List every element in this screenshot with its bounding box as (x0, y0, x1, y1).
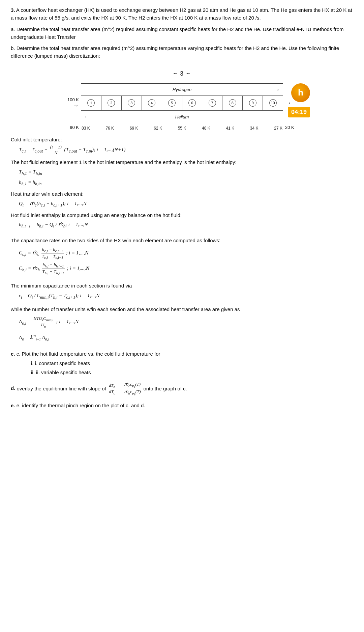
temp-69: 69 K (130, 126, 138, 131)
section-circle-8: 8 (229, 99, 236, 107)
num-transfer-label: while the number of transfer units w/in … (11, 305, 353, 314)
hx-section-7: 7 (202, 96, 222, 110)
hx-hydrogen-row: Hydrogen → (81, 84, 283, 96)
problem-container: 3. A counterflow heat exchanger (HX) is … (11, 6, 353, 410)
part-c-label: c. c. Plot the hot fluid temperature vs.… (11, 350, 353, 358)
hx-section-3: 3 (122, 96, 142, 110)
hx-top-left-label: 100 K → (61, 97, 81, 109)
hx-helium-row: Helium ← (81, 111, 283, 123)
part-d-label: d. overlay the equilibrium line with slo… (11, 382, 353, 396)
hx-section-5: 5 (162, 96, 182, 110)
section-circle-2: 2 (108, 99, 115, 107)
hx-sections-row: 1 2 3 4 5 6 7 8 9 10 (81, 96, 283, 111)
hx-bottom-left-label: 90 K (61, 125, 81, 130)
hydrogen-arrow: → (273, 86, 280, 93)
temp-34: 34 K (250, 126, 259, 131)
helium-arrow: ← (84, 113, 90, 120)
part-a-text: a. Determine the total heat transfer are… (11, 25, 353, 41)
hx-section-10: 10 (263, 96, 283, 110)
qi-eq: Qi = ṁc(hc,i − hc,i+1); i = 1,...,N (19, 199, 353, 209)
min-capacitance-label: The minimum capacitance in each section … (11, 281, 353, 290)
hx-diagram: 100 K → Hydrogen → 1 2 3 4 5 (61, 83, 303, 131)
part-c-ii: ii. ii. variable specific heats (31, 368, 353, 377)
capacitance-label: The capacitance rates on the two sides o… (11, 236, 353, 245)
hx-section-9: 9 (243, 96, 263, 110)
part-e-label: e. e. identify the thermal pinch region … (11, 401, 353, 410)
hhi1-eq: hh,i+1 = hh,i − Qi / ṁh; i = 1,...,N (19, 220, 353, 230)
hh1-eq: hh,1 = hh,in (19, 178, 353, 188)
hx-section-4: 4 (142, 96, 162, 110)
hot-enthalpy-label: Hot fluid inlet enthalpy is computed usi… (11, 211, 353, 220)
ch-eq: Ch,i = ṁh hh,i − hh,i+1 Th,i − Th,i+1 ; … (19, 262, 353, 275)
cold-inlet-formula: Tc,i = Tc,out − (i − 1) N (Tc,out − Tc,i… (19, 147, 125, 152)
problem-statement: A counterflow heat exchanger (HX) is use… (11, 7, 352, 21)
hx-section-2: 2 (101, 96, 122, 110)
cc-eq: Cc,i = ṁc hc,i − hc,i+1 Tc,i − Tc,i+1 ; … (19, 247, 353, 259)
timer-badge: 04:19 (288, 107, 310, 117)
section-circle-7: 7 (209, 99, 216, 107)
ao-eq: Ao = ΣNi=1 Ao,i (19, 332, 353, 343)
math-section: Cold inlet temperature: Tc,i = Tc,out − … (11, 135, 353, 410)
hot-fluid-label: The hot fluid entering element 1 is the … (11, 158, 353, 167)
hx-temps-container: 83 K 76 K 69 K 62 K 55 K 48 K 41 K 34 K … (81, 125, 283, 131)
section-circle-3: 3 (128, 99, 135, 107)
temp-76: 76 K (105, 126, 114, 131)
cold-inlet-label: Cold inlet temperature: (11, 135, 353, 144)
temp-62: 62 K (154, 126, 162, 131)
heat-transfer-label: Heat transfer w/in each element: (11, 190, 353, 198)
hx-section-8: 8 (222, 96, 243, 110)
hi-avatar-icon: h (291, 83, 310, 102)
hx-diagram-wrapper: 100 K → Hydrogen → 1 2 3 4 5 (51, 83, 313, 131)
hx-inner-box: Hydrogen → 1 2 3 4 5 6 7 8 9 10 (81, 83, 283, 123)
tilde-separator: ~ 3 ~ (11, 70, 353, 77)
cold-inlet-eq: Tc,i = Tc,out − (i − 1) N (Tc,out − Tc,i… (19, 144, 353, 155)
part-c-i: i. i. constant specific heats (31, 359, 353, 368)
hydrogen-label: Hydrogen (171, 87, 193, 92)
hx-temps-row: 83 K 76 K 69 K 62 K 55 K 48 K 41 K 34 K … (81, 126, 283, 131)
problem-text: 3. A counterflow heat exchanger (HX) is … (11, 6, 353, 60)
hx-section-6: 6 (182, 96, 203, 110)
part-b-text: b. Determine the total heat transfer are… (11, 44, 353, 60)
temp-41: 41 K (226, 126, 234, 131)
section-circle-5: 5 (168, 99, 176, 107)
helium-label: Helium (173, 114, 191, 119)
section-circle-1: 1 (87, 99, 95, 107)
hi-avatar: h (291, 83, 310, 102)
section-circle-4: 4 (148, 99, 155, 107)
epsilon-eq: εi = Qi / Cmin,i(Th,i − Tc,i+1); i = 1,.… (19, 291, 353, 301)
hx-top-row: 100 K → Hydrogen → 1 2 3 4 5 (61, 83, 303, 123)
section-circle-10: 10 (269, 99, 277, 107)
temp-48: 48 K (202, 126, 210, 131)
problem-number: 3. (11, 7, 15, 13)
temp-55: 55 K (178, 126, 186, 131)
temp-27: 27 K (274, 126, 282, 131)
hx-bottom-labels: 90 K 83 K 76 K 69 K 62 K 55 K 48 K 41 K … (61, 125, 303, 131)
section-circle-6: 6 (188, 99, 196, 107)
temp-83: 83 K (82, 126, 90, 131)
th1-eq: Th,1 = Th,in (19, 167, 353, 177)
aoi-eq: Ao,i = NTUiCmin,i Uo ; i = 1,...,N (19, 316, 353, 329)
section-circle-9: 9 (249, 99, 256, 107)
hx-bottom-right-label: 20 K (283, 125, 303, 130)
hx-section-1: 1 (81, 96, 101, 110)
